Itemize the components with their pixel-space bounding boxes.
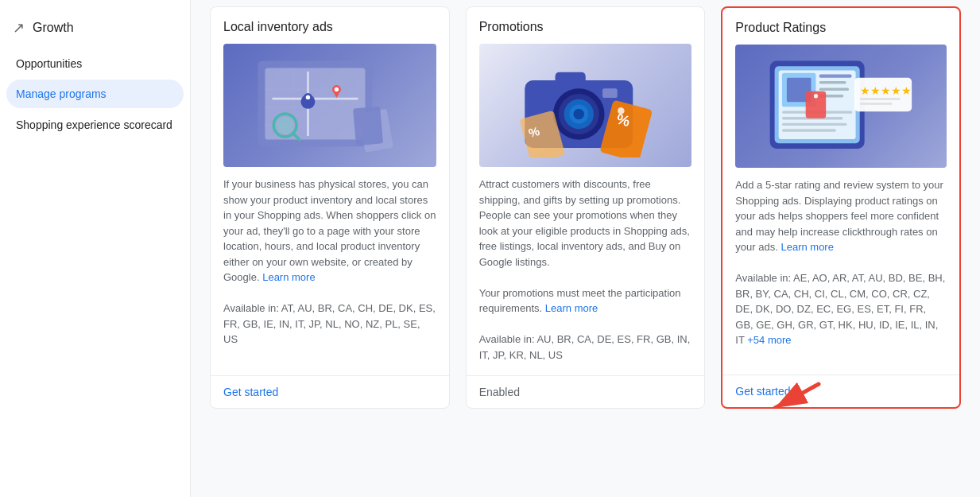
product-ratings-description: Add a 5-star rating and review system to… (735, 177, 947, 362)
svg-rect-41 (819, 74, 852, 77)
promotions-description: Attract customers with discounts, free s… (479, 177, 692, 363)
local-inventory-title: Local inventory ads (223, 20, 436, 34)
svg-point-27 (573, 108, 584, 119)
svg-rect-52 (860, 103, 893, 105)
svg-rect-55 (815, 94, 817, 98)
product-ratings-more-countries[interactable]: +54 more (747, 334, 791, 346)
local-inventory-footer: Get started (211, 375, 449, 408)
product-ratings-footer: Get started (722, 375, 959, 407)
sidebar-navigation: Opportunities Manage programs Shopping e… (0, 49, 190, 142)
promotions-status: Enabled (479, 386, 520, 398)
growth-icon: ↗ (13, 19, 25, 37)
get-started-container: Get started (735, 385, 790, 398)
svg-rect-18 (353, 106, 383, 146)
svg-point-20 (277, 116, 294, 134)
card-content-local: Local inventory ads (211, 7, 449, 375)
svg-rect-28 (555, 72, 585, 83)
card-content-promotions: Promotions (467, 7, 705, 375)
product-ratings-title: Product Ratings (735, 21, 947, 35)
sidebar-item-opportunities[interactable]: Opportunities (6, 49, 184, 78)
red-arrow-annotation (767, 380, 823, 409)
product-ratings-image: ★★★★★ (735, 45, 947, 168)
sidebar-title: Growth (33, 21, 74, 35)
svg-rect-42 (819, 81, 846, 83)
promotions-title: Promotions (479, 20, 692, 34)
product-ratings-learn-more[interactable]: Learn more (781, 241, 833, 253)
svg-rect-43 (819, 87, 849, 90)
promotions-image: % % (479, 44, 692, 167)
local-inventory-ads-card: Local inventory ads (210, 6, 450, 409)
local-inventory-description: If your business has physical stores, yo… (223, 177, 436, 363)
local-inventory-image (223, 44, 436, 167)
sidebar: ↗ Growth Opportunities Manage programs S… (0, 0, 191, 497)
svg-rect-47 (782, 122, 847, 125)
promotions-card: Promotions (466, 6, 706, 409)
svg-text:★★★★★: ★★★★★ (860, 85, 912, 97)
svg-line-32 (621, 107, 623, 107)
svg-rect-48 (782, 129, 836, 131)
svg-point-16 (335, 87, 339, 91)
promotions-learn-more-participation[interactable]: Learn more (545, 302, 598, 314)
svg-point-13 (306, 95, 310, 99)
local-inventory-get-started[interactable]: Get started (223, 386, 278, 398)
svg-rect-51 (860, 98, 901, 100)
cards-grid: Local inventory ads (210, 0, 961, 409)
main-content: Local inventory ads (191, 0, 980, 497)
svg-rect-29 (602, 88, 618, 98)
local-inventory-learn-more[interactable]: Learn more (262, 271, 315, 283)
promotions-footer: Enabled (467, 375, 705, 408)
product-ratings-card: Product Ratings (721, 6, 961, 409)
card-content-product-ratings: Product Ratings (722, 8, 959, 375)
sidebar-header: ↗ Growth (0, 13, 190, 49)
sidebar-item-manage-programs[interactable]: Manage programs (6, 80, 184, 108)
sidebar-item-shopping-scorecard[interactable]: Shopping experience scorecard (6, 110, 184, 142)
